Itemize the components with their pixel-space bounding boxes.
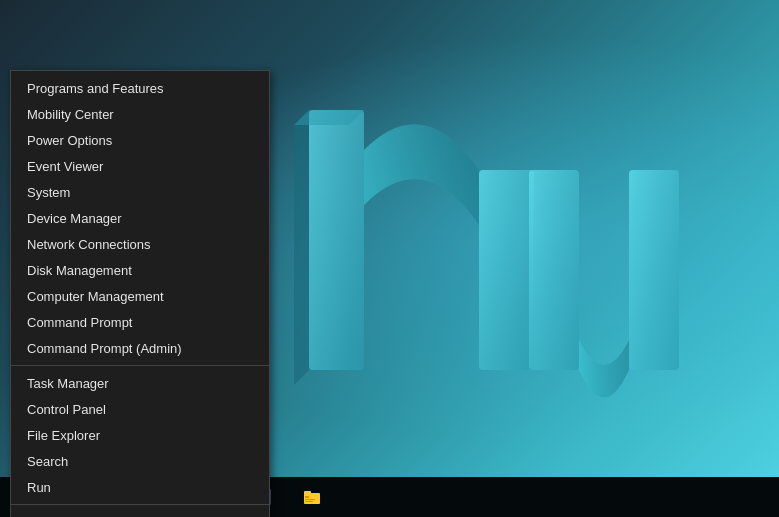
menu-item-device-manager[interactable]: Device Manager	[11, 205, 269, 231]
desktop-logo	[279, 50, 679, 430]
menu-item-search[interactable]: Search	[11, 448, 269, 474]
menu-item-run[interactable]: Run	[11, 474, 269, 500]
menu-item-shutdown-signout[interactable]: Shut down or sign out ▸	[11, 509, 269, 517]
menu-item-command-prompt[interactable]: Command Prompt	[11, 309, 269, 335]
svg-rect-1	[479, 170, 534, 370]
menu-item-file-explorer[interactable]: File Explorer	[11, 422, 269, 448]
menu-item-event-viewer[interactable]: Event Viewer	[11, 153, 269, 179]
menu-item-programs-features[interactable]: Programs and Features	[11, 75, 269, 101]
svg-rect-25	[305, 499, 315, 500]
menu-item-power-options[interactable]: Power Options	[11, 127, 269, 153]
menu-item-system[interactable]: System	[11, 179, 269, 205]
svg-rect-2	[529, 170, 579, 370]
menu-item-task-manager[interactable]: Task Manager	[11, 370, 269, 396]
menu-divider-1	[11, 365, 269, 366]
svg-rect-0	[309, 110, 364, 370]
menu-item-disk-management[interactable]: Disk Management	[11, 257, 269, 283]
svg-rect-23	[304, 491, 311, 495]
menu-item-command-prompt-admin[interactable]: Command Prompt (Admin)	[11, 335, 269, 361]
svg-rect-3	[629, 170, 679, 370]
menu-item-mobility-center[interactable]: Mobility Center	[11, 101, 269, 127]
explorer-button[interactable]	[288, 477, 336, 517]
menu-item-control-panel[interactable]: Control Panel	[11, 396, 269, 422]
menu-divider-2	[11, 504, 269, 505]
svg-rect-26	[305, 501, 313, 502]
explorer-icon	[303, 488, 321, 506]
svg-marker-4	[294, 110, 309, 385]
menu-item-computer-management[interactable]: Computer Management	[11, 283, 269, 309]
svg-rect-24	[305, 496, 309, 498]
menu-item-network-connections[interactable]: Network Connections	[11, 231, 269, 257]
context-menu: Programs and Features Mobility Center Po…	[10, 70, 270, 517]
